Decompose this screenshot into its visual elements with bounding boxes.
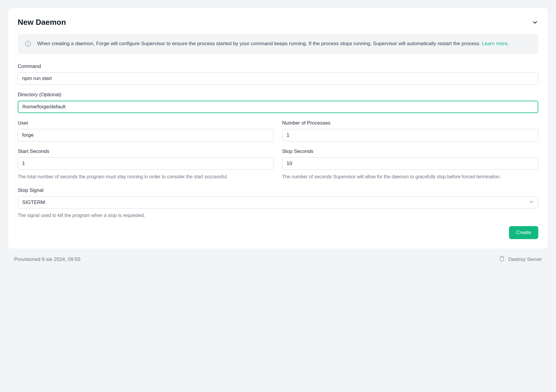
footer: Provisioned 8 sie 2024, 09:50 Destroy Se…: [8, 249, 548, 263]
directory-group: Directory (Optional): [18, 92, 538, 113]
collapse-toggle[interactable]: [532, 19, 538, 26]
stop-signal-group: Stop Signal SIGTERM The signal used to k…: [18, 187, 538, 219]
directory-label: Directory (Optional): [18, 92, 538, 98]
processes-input[interactable]: [282, 129, 538, 141]
button-row: Create: [18, 226, 538, 239]
chevron-down-icon: [532, 19, 538, 26]
user-group: User: [18, 120, 274, 141]
new-daemon-card: New Daemon When creating a daemon, Forge…: [8, 8, 548, 249]
stop-signal-select-wrapper: SIGTERM: [18, 196, 538, 208]
card-header: New Daemon: [18, 18, 538, 27]
stop-signal-select[interactable]: SIGTERM: [18, 196, 538, 208]
destroy-server-button[interactable]: Destroy Server: [499, 256, 542, 263]
info-message: When creating a daemon, Forge will confi…: [37, 41, 481, 46]
command-group: Command: [18, 63, 538, 85]
page-title: New Daemon: [18, 18, 66, 27]
info-box: When creating a daemon, Forge will confi…: [18, 34, 538, 54]
stop-seconds-input[interactable]: [282, 157, 538, 170]
info-text: When creating a daemon, Forge will confi…: [37, 40, 509, 48]
start-seconds-help: The total number of seconds the program …: [18, 173, 274, 180]
stop-seconds-group: Stop Seconds The number of seconds Super…: [282, 148, 538, 180]
processes-group: Number of Processes: [282, 120, 538, 141]
directory-input[interactable]: [18, 101, 538, 113]
user-input[interactable]: [18, 129, 274, 141]
user-processes-row: User Number of Processes: [18, 120, 538, 141]
user-label: User: [18, 120, 274, 126]
stop-signal-help: The signal used to kill the program when…: [18, 212, 538, 219]
stop-signal-label: Stop Signal: [18, 187, 538, 193]
provisioned-text: Provisioned 8 sie 2024, 09:50: [14, 257, 80, 262]
info-icon: [25, 40, 31, 48]
stop-seconds-label: Stop Seconds: [282, 148, 538, 154]
create-button[interactable]: Create: [509, 226, 538, 239]
start-seconds-label: Start Seconds: [18, 148, 274, 154]
info-period: .: [508, 41, 509, 46]
processes-label: Number of Processes: [282, 120, 538, 126]
seconds-row: Start Seconds The total number of second…: [18, 148, 538, 180]
destroy-server-label: Destroy Server: [508, 257, 542, 262]
command-input[interactable]: [18, 72, 538, 85]
stop-seconds-help: The number of seconds Supervisor will al…: [282, 173, 538, 180]
start-seconds-group: Start Seconds The total number of second…: [18, 148, 274, 180]
command-label: Command: [18, 63, 538, 69]
start-seconds-input[interactable]: [18, 157, 274, 170]
trash-icon: [499, 256, 505, 263]
learn-more-link[interactable]: Learn more: [482, 41, 508, 46]
